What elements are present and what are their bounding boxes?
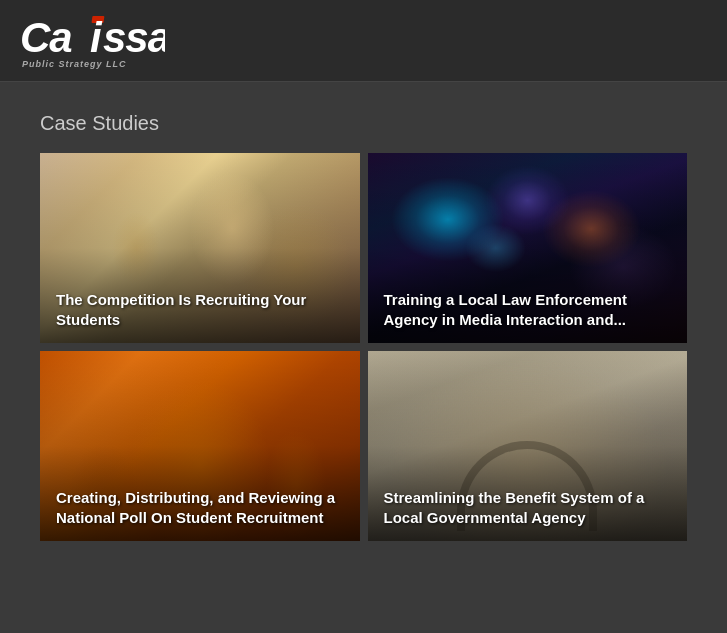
site-header: Ca i ssa Public Strategy LLC	[0, 0, 727, 82]
svg-text:ssa: ssa	[103, 14, 165, 60]
logo-svg: Ca i ssa	[20, 12, 165, 60]
card-4-label: Streamlining the Benefit System of a Loc…	[368, 474, 688, 541]
case-study-card-3[interactable]: Creating, Distributing, and Reviewing a …	[40, 351, 360, 541]
card-1-label: The Competition Is Recruiting Your Stude…	[40, 276, 360, 343]
svg-text:Ca: Ca	[20, 14, 72, 60]
main-content: Case Studies The Competition Is Recruiti…	[0, 82, 727, 571]
logo[interactable]: Ca i ssa Public Strategy LLC	[20, 12, 165, 69]
card-2-label: Training a Local Law Enforcement Agency …	[368, 276, 688, 343]
case-studies-grid: The Competition Is Recruiting Your Stude…	[40, 153, 687, 541]
section-title: Case Studies	[40, 112, 687, 135]
card-3-label: Creating, Distributing, and Reviewing a …	[40, 474, 360, 541]
case-study-card-2[interactable]: Training a Local Law Enforcement Agency …	[368, 153, 688, 343]
logo-tagline: Public Strategy LLC	[20, 60, 165, 69]
case-study-card-1[interactable]: The Competition Is Recruiting Your Stude…	[40, 153, 360, 343]
logo-text: Ca i ssa Public Strategy LLC	[20, 12, 165, 69]
case-study-card-4[interactable]: Streamlining the Benefit System of a Loc…	[368, 351, 688, 541]
